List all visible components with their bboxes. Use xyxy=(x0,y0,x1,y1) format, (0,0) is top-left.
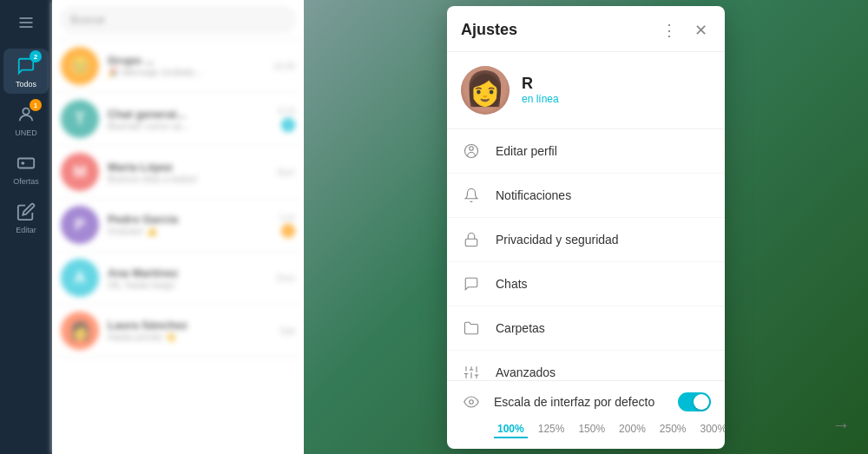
scale-option-250[interactable]: 250% xyxy=(656,421,690,438)
gamepad-icon xyxy=(14,151,38,175)
menu-item-chats-label: Chats xyxy=(496,277,711,291)
scale-option-100[interactable]: 100% xyxy=(494,421,528,438)
menu-item-folders-label: Carpetas xyxy=(496,321,711,335)
sidebar-item-todos-label: Todos xyxy=(16,80,36,89)
main-content-area: hat para comenzar → Ajustes ⋮ ✕ R en lín… xyxy=(304,0,868,454)
svg-rect-7 xyxy=(465,239,477,246)
person-circle-icon xyxy=(461,141,482,161)
modal-more-button[interactable]: ⋮ xyxy=(659,20,680,41)
chat-list-panel: 😊 Grupo ... 🎉 Mensaje recibido... 10:30 … xyxy=(52,0,304,454)
svg-point-3 xyxy=(23,109,29,115)
scale-option-125[interactable]: 125% xyxy=(535,421,569,438)
avatar: M xyxy=(61,153,99,191)
sidebar-item-uned[interactable]: 1 UNED xyxy=(3,97,49,142)
chat-bubble-icon: 2 xyxy=(14,54,38,78)
sidebar-item-editar-label: Editar xyxy=(16,226,36,234)
search-input[interactable] xyxy=(61,7,295,32)
profile-status: en línea xyxy=(522,93,559,105)
eye-icon xyxy=(461,391,482,412)
scale-row: Escala de interfaz por defecto xyxy=(461,391,711,412)
avatar: A xyxy=(61,259,99,297)
scale-options: 100% 125% 150% 200% 250% 300% xyxy=(461,421,711,438)
toggle-knob xyxy=(694,394,709,410)
modal-close-button[interactable]: ✕ xyxy=(690,20,711,41)
sidebar-item-ofertas[interactable]: Ofertas xyxy=(3,146,49,191)
scale-label: Escala de interfaz por defecto xyxy=(494,395,666,409)
settings-modal: Ajustes ⋮ ✕ R en línea xyxy=(447,6,725,449)
scale-toggle[interactable] xyxy=(678,392,711,411)
sidebar-item-todos[interactable]: 2 Todos xyxy=(3,49,49,94)
list-item[interactable]: T Chat general... Buenas! como va... 9:1… xyxy=(52,93,304,146)
menu-item-advanced[interactable]: Avanzados xyxy=(447,351,725,380)
scale-section: Escala de interfaz por defecto 100% 125%… xyxy=(447,380,725,449)
modal-header-actions: ⋮ ✕ xyxy=(659,20,711,41)
profile-name: R xyxy=(522,75,559,93)
settings-menu: Editar perfil Notificaciones xyxy=(447,129,725,380)
todos-badge: 2 xyxy=(30,50,42,63)
menu-item-advanced-label: Avanzados xyxy=(496,365,711,379)
bell-icon xyxy=(461,185,482,206)
menu-item-privacy[interactable]: Privacidad y seguridad xyxy=(447,218,725,262)
avatar: 👩 xyxy=(61,312,99,350)
avatar: P xyxy=(61,206,99,244)
profile-avatar-image xyxy=(461,66,510,115)
uned-badge: 1 xyxy=(30,99,42,111)
chat-search-bar xyxy=(52,0,304,40)
menu-item-folders[interactable]: Carpetas xyxy=(447,306,725,351)
chat-icon xyxy=(461,273,482,294)
chat-info: Grupo ... 🎉 Mensaje recibido... xyxy=(108,54,265,78)
list-item[interactable]: P Pedro García Gracias! 👍 Lun 1 xyxy=(52,199,304,252)
avatar: 😊 xyxy=(61,47,99,85)
sidebar-item-uned-label: UNED xyxy=(15,128,37,137)
scale-option-200[interactable]: 200% xyxy=(615,421,649,438)
lock-icon xyxy=(461,229,482,250)
edit-icon xyxy=(14,200,38,224)
menu-item-edit-profile[interactable]: Editar perfil xyxy=(447,129,725,174)
sidebar-menu-button[interactable] xyxy=(10,7,42,38)
scale-option-300[interactable]: 300% xyxy=(697,421,725,438)
modal-title: Ajustes xyxy=(461,21,517,39)
sliders-icon xyxy=(461,362,482,380)
list-item[interactable]: 👩 Laura Sánchez Hasta pronto 👋 Sab xyxy=(52,305,304,358)
folder-icon xyxy=(461,318,482,339)
profile-info: R en línea xyxy=(522,75,559,105)
avatar: T xyxy=(61,100,99,138)
list-item[interactable]: M María López Buenos días a todos! Ayer xyxy=(52,146,304,199)
sidebar-item-editar[interactable]: Editar xyxy=(3,194,49,240)
svg-point-6 xyxy=(470,146,474,150)
list-item[interactable]: 😊 Grupo ... 🎉 Mensaje recibido... 10:30 xyxy=(52,40,304,93)
scale-option-150[interactable]: 150% xyxy=(575,421,608,438)
modal-header: Ajustes ⋮ ✕ xyxy=(447,6,725,52)
avatar xyxy=(461,66,510,115)
sidebar-item-ofertas-label: Ofertas xyxy=(13,177,39,186)
profile-section[interactable]: R en línea xyxy=(447,52,725,129)
svg-rect-4 xyxy=(18,159,34,168)
sidebar: 2 Todos 1 UNED Ofertas xyxy=(0,0,52,454)
menu-item-notifications[interactable]: Notificaciones xyxy=(447,174,725,218)
modal-overlay: Ajustes ⋮ ✕ R en línea xyxy=(304,0,868,454)
menu-item-chats[interactable]: Chats xyxy=(447,262,725,306)
menu-item-edit-profile-label: Editar perfil xyxy=(496,144,711,158)
uned-icon: 1 xyxy=(14,102,38,127)
list-item[interactable]: A Ana Martínez Ok, hasta luego Dom xyxy=(52,252,304,305)
svg-point-20 xyxy=(470,399,474,404)
menu-item-privacy-label: Privacidad y seguridad xyxy=(496,233,711,247)
menu-item-notifications-label: Notificaciones xyxy=(496,188,711,202)
